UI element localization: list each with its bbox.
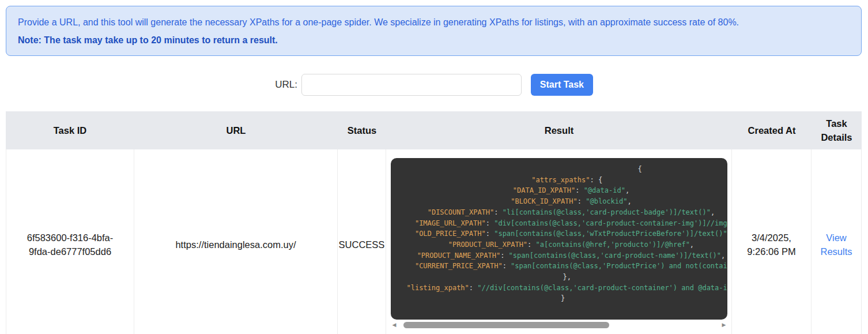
- header-status: Status: [338, 123, 386, 137]
- url-form: URL: Start Task: [0, 74, 868, 96]
- header-task-id: Task ID: [6, 123, 134, 137]
- scroll-left-arrow-icon[interactable]: ◀: [391, 320, 398, 329]
- header-created-at: Created At: [732, 123, 812, 137]
- table-header-row: Task ID URL Status Result Created At Tas…: [6, 111, 862, 149]
- tasks-table: Task ID URL Status Result Created At Tas…: [6, 111, 862, 334]
- result-horizontal-scrollbar[interactable]: ◀ ▶: [391, 320, 727, 329]
- header-task-details: Task Details: [812, 117, 862, 144]
- scrollbar-track[interactable]: [398, 322, 720, 328]
- url-input[interactable]: [301, 74, 522, 96]
- banner-note: Note: The task may take up to 20 minutes…: [18, 35, 850, 46]
- banner-description: Provide a URL, and this tool will genera…: [18, 17, 850, 28]
- table-row: 6f583600-f316-4bfa-9fda-de6777f05dd6 htt…: [6, 149, 862, 334]
- url-label: URL:: [275, 79, 297, 91]
- header-url: URL: [134, 123, 338, 137]
- start-task-button[interactable]: Start Task: [531, 74, 593, 96]
- info-banner: Provide a URL, and this tool will genera…: [6, 6, 862, 56]
- cell-task-id: 6f583600-f316-4bfa-9fda-de6777f05dd6: [6, 149, 134, 334]
- result-code: { "attrs_xpaths": { "DATA_ID_XPATH": "@d…: [398, 164, 727, 304]
- cell-status status-badge: SUCCESS: [338, 149, 386, 334]
- cell-result: { "attrs_xpaths": { "DATA_ID_XPATH": "@d…: [386, 149, 732, 334]
- result-code-block: { "attrs_xpaths": { "DATA_ID_XPATH": "@d…: [391, 158, 727, 320]
- cell-created-at: 3/4/2025, 9:26:06 PM: [732, 149, 812, 334]
- cell-url: https://tiendainglesa.com.uy/: [134, 149, 338, 334]
- header-result: Result: [386, 123, 732, 137]
- scroll-right-arrow-icon[interactable]: ▶: [720, 320, 727, 329]
- view-results-link[interactable]: View Results: [821, 231, 852, 258]
- scrollbar-thumb[interactable]: [403, 322, 609, 328]
- cell-task-details: View Results: [812, 149, 862, 334]
